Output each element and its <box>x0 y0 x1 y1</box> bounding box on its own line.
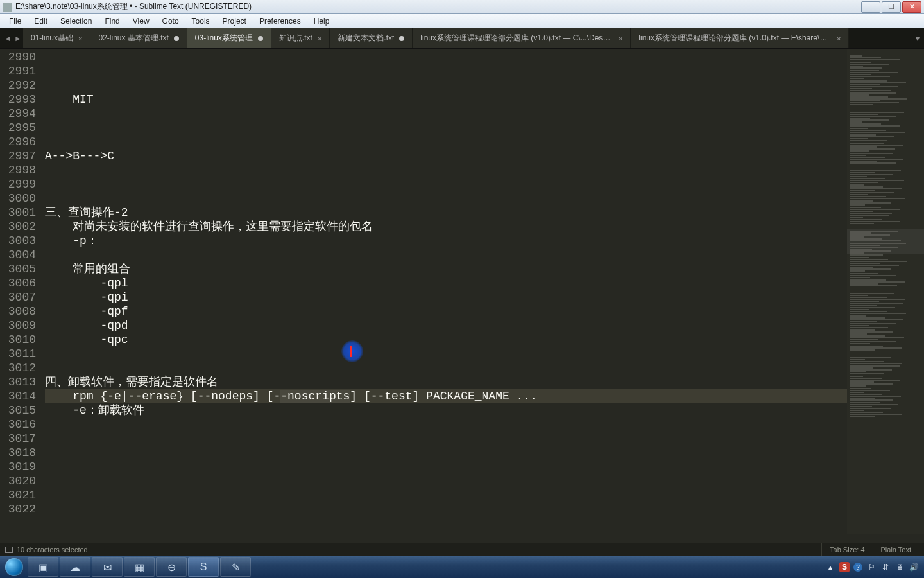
line-number: 3016 <box>0 417 36 432</box>
help-icon[interactable]: ? <box>853 563 862 572</box>
tray-chevron-icon[interactable]: ▴ <box>825 562 835 572</box>
maximize-button[interactable]: ☐ <box>882 1 901 13</box>
code-line[interactable]: MIT <box>45 92 847 107</box>
menu-selection[interactable]: Selection <box>54 15 98 27</box>
window-titlebar: E:\share\3.note\03-linux系统管理 • - Sublime… <box>0 0 924 14</box>
code-line[interactable]: -e：卸载软件 <box>45 403 847 417</box>
tab-2[interactable]: 03-linux系统管理 <box>187 28 271 48</box>
code-line[interactable]: -qpf <box>45 304 847 319</box>
menu-edit[interactable]: Edit <box>28 15 54 27</box>
code-line[interactable]: -qpc <box>45 333 847 347</box>
code-line[interactable]: 三、查询操作-2 <box>45 206 847 220</box>
code-line[interactable] <box>45 177 847 191</box>
code-content[interactable]: MITA-->B--->C三、查询操作-2 对尚未安装的软件进行查询操作，这里需… <box>45 49 847 534</box>
code-line[interactable] <box>45 135 847 149</box>
code-line[interactable]: -qpd <box>45 319 847 333</box>
code-line[interactable]: rpm {-e|--erase} [--nodeps] [--noscripts… <box>45 389 847 403</box>
code-line[interactable] <box>45 474 847 488</box>
line-number: 2993 <box>0 92 36 107</box>
code-line[interactable]: A-->B--->C <box>45 149 847 163</box>
line-number: 3011 <box>0 347 36 361</box>
taskbar-app-browser[interactable]: ⊖ <box>156 557 187 577</box>
menu-preferences[interactable]: Preferences <box>253 15 307 27</box>
line-number: 2998 <box>0 163 36 177</box>
code-line[interactable] <box>45 361 847 375</box>
line-number: 3004 <box>0 248 36 262</box>
code-line[interactable]: -qpl <box>45 276 847 290</box>
system-tray[interactable]: ▴ S ? ⚐ ⇵ 🖥 🔊 <box>825 562 923 572</box>
tab-close-icon[interactable]: × <box>78 35 82 42</box>
tab-close-icon[interactable]: × <box>318 35 321 42</box>
taskbar-app-tool[interactable]: ✎ <box>220 557 251 577</box>
ime-icon[interactable]: S <box>839 562 850 572</box>
code-line[interactable] <box>45 417 847 432</box>
tab-label: 新建文本文档.txt <box>338 33 394 44</box>
code-line[interactable] <box>45 516 847 530</box>
code-line[interactable]: -qpi <box>45 290 847 304</box>
taskbar-app-im[interactable]: ✉ <box>92 557 123 577</box>
status-syntax[interactable]: Plain Text <box>873 543 920 556</box>
code-line[interactable]: -p： <box>45 234 847 248</box>
taskbar-app-sublime[interactable]: S <box>188 557 219 577</box>
tab-4[interactable]: 新建文本文档.txt <box>330 28 413 48</box>
panel-switcher-icon[interactable] <box>5 547 13 553</box>
line-number: 3002 <box>0 220 36 234</box>
code-line[interactable] <box>45 121 847 135</box>
menu-goto[interactable]: Goto <box>156 15 185 27</box>
dirty-indicator-icon <box>399 36 404 41</box>
tab-overflow-button[interactable]: ▾ <box>911 28 924 48</box>
start-button[interactable] <box>1 557 27 577</box>
taskbar-app-chat[interactable]: ☁ <box>60 557 90 577</box>
menu-tools[interactable]: Tools <box>185 15 216 27</box>
menu-file[interactable]: File <box>3 15 28 27</box>
code-line[interactable] <box>45 163 847 177</box>
tab-prev-icon[interactable]: ◄ <box>4 34 12 43</box>
minimize-button[interactable]: — <box>861 1 880 13</box>
code-line[interactable] <box>45 446 847 460</box>
code-line[interactable] <box>45 107 847 121</box>
taskbar-app-ppt[interactable]: ▦ <box>124 557 155 577</box>
tab-next-icon[interactable]: ► <box>14 34 22 43</box>
code-line[interactable] <box>45 530 847 545</box>
taskbar-app-vm[interactable]: ▣ <box>28 557 58 577</box>
device-icon[interactable]: 🖥 <box>894 562 905 572</box>
line-number: 2997 <box>0 149 36 163</box>
line-number: 2999 <box>0 177 36 191</box>
status-tab-size[interactable]: Tab Size: 4 <box>821 543 872 556</box>
code-line[interactable] <box>45 502 847 516</box>
action-center-icon[interactable]: ⚐ <box>866 562 877 572</box>
line-number-gutter: 2990299129922993299429952996299729982999… <box>0 49 45 534</box>
code-line[interactable] <box>45 248 847 262</box>
code-line[interactable] <box>45 347 847 361</box>
tab-close-icon[interactable]: × <box>619 35 622 42</box>
code-line[interactable]: 四、卸载软件，需要指定是软件名 <box>45 375 847 389</box>
line-number: 3020 <box>0 474 36 488</box>
tab-0[interactable]: 01-linux基础× <box>23 28 90 48</box>
code-line[interactable] <box>45 191 847 206</box>
code-line[interactable] <box>45 488 847 502</box>
line-number: 2994 <box>0 107 36 121</box>
line-number: 3012 <box>0 361 36 375</box>
code-line[interactable]: 对尚未安装的软件进行查询操作，这里需要指定软件的包名 <box>45 220 847 234</box>
tab-label: 01-linux基础 <box>31 33 73 44</box>
code-line[interactable] <box>45 460 847 474</box>
menu-find[interactable]: Find <box>98 15 126 27</box>
editor-area[interactable]: 2990299129922993299429952996299729982999… <box>0 49 924 534</box>
volume-icon[interactable]: 🔊 <box>909 562 919 572</box>
tab-close-icon[interactable]: × <box>837 35 841 42</box>
tab-nav[interactable]: ◄ ► <box>3 28 23 48</box>
code-line[interactable] <box>45 432 847 446</box>
line-number: 2992 <box>0 78 36 92</box>
tab-3[interactable]: 知识点.txt× <box>271 28 330 48</box>
tab-6[interactable]: linux系统管理课程理论部分题库 (v1.0).txt — E\share\2… <box>631 28 849 48</box>
line-number: 3005 <box>0 262 36 276</box>
code-line[interactable]: 常用的组合 <box>45 262 847 276</box>
menu-help[interactable]: Help <box>307 15 336 27</box>
network-icon[interactable]: ⇵ <box>880 562 891 572</box>
menu-view[interactable]: View <box>126 15 156 27</box>
menu-project[interactable]: Project <box>216 15 253 27</box>
close-button[interactable]: ✕ <box>902 1 921 13</box>
minimap[interactable] <box>847 49 924 534</box>
tab-1[interactable]: 02-linux 基本管理.txt <box>90 28 187 48</box>
tab-5[interactable]: linux系统管理课程理论部分题库 (v1.0).txt — C\...\Des… <box>413 28 631 48</box>
